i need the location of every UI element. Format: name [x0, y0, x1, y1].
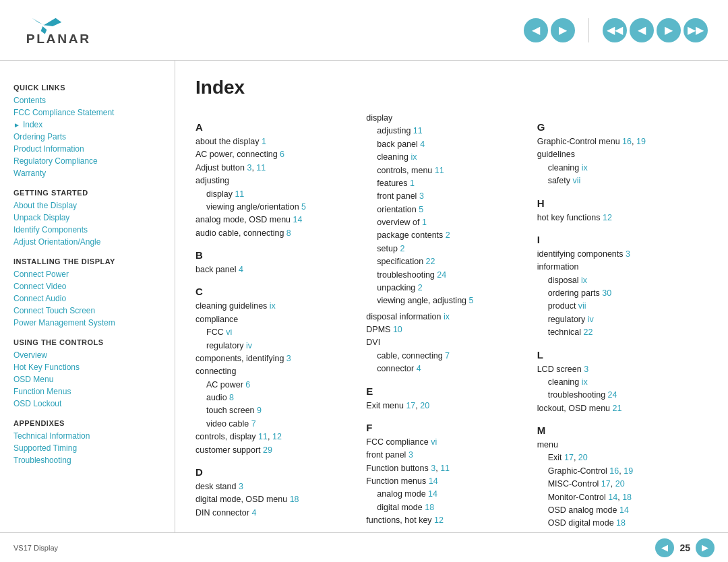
index-link[interactable]: 12 — [272, 432, 282, 441]
index-link[interactable]: 19 — [636, 137, 646, 146]
sidebar-item-contents[interactable]: Contents — [13, 94, 175, 106]
index-link[interactable]: 5 — [301, 202, 306, 212]
index-link[interactable]: 8 — [286, 228, 291, 238]
index-link[interactable]: 4 — [251, 508, 256, 518]
page-prev-button[interactable]: ◀ — [655, 538, 674, 557]
sidebar-item-index[interactable]: Index — [23, 119, 42, 131]
index-link[interactable]: 16 — [609, 466, 619, 476]
sidebar-item-connect-power[interactable]: Connect Power — [13, 268, 175, 280]
index-link[interactable]: iv — [588, 315, 594, 324]
index-link[interactable]: vi — [431, 437, 437, 447]
index-link[interactable]: 11 — [413, 126, 423, 135]
index-link[interactable]: 1 — [422, 218, 427, 227]
index-link[interactable]: ix — [444, 312, 450, 321]
sidebar-item-troubleshooting[interactable]: Troubleshooting — [13, 454, 175, 466]
index-link[interactable]: 17 — [406, 401, 415, 410]
index-link[interactable]: 11 — [256, 163, 266, 173]
index-link[interactable]: 14 — [429, 476, 438, 486]
index-link[interactable]: ix — [582, 163, 588, 173]
index-link[interactable]: 24 — [608, 390, 617, 400]
index-link[interactable]: 11 — [258, 432, 268, 441]
sidebar-item-identify[interactable]: Identify Components — [13, 224, 175, 236]
index-link[interactable]: iv — [246, 341, 252, 350]
index-link[interactable]: 22 — [426, 257, 435, 266]
index-link[interactable]: ix — [270, 301, 276, 311]
index-link[interactable]: 4 — [239, 265, 243, 274]
sidebar-item-connect-video[interactable]: Connect Video — [13, 280, 175, 292]
nav-next-button[interactable]: ▶ — [657, 18, 681, 42]
index-link[interactable]: 12 — [434, 516, 444, 525]
index-link[interactable]: 24 — [437, 270, 446, 280]
index-link[interactable]: 2 — [400, 244, 404, 253]
sidebar-item-function-menus[interactable]: Function Menus — [13, 385, 175, 398]
index-link[interactable]: 10 — [393, 325, 402, 334]
index-link[interactable]: 17 — [601, 479, 611, 489]
index-link[interactable]: 7 — [445, 351, 450, 361]
index-link[interactable]: 18 — [290, 495, 299, 504]
sidebar-item-regulatory[interactable]: Regulatory Compliance — [13, 155, 175, 167]
sidebar-item-hot-key[interactable]: Hot Key Functions — [13, 361, 175, 373]
index-link[interactable]: 19 — [624, 466, 633, 476]
index-link[interactable]: 14 — [293, 215, 303, 224]
index-link[interactable]: 17 — [564, 453, 574, 462]
index-link[interactable]: 14 — [428, 489, 437, 499]
index-link[interactable]: 14 — [608, 493, 617, 502]
index-link[interactable]: 1 — [262, 137, 266, 146]
index-link[interactable]: 20 — [578, 453, 588, 462]
nav-prev-button[interactable]: ◀ — [630, 18, 654, 42]
index-link[interactable]: 2 — [446, 230, 450, 240]
index-link[interactable]: 14 — [619, 505, 629, 515]
index-link[interactable]: 30 — [602, 288, 611, 298]
index-link[interactable]: 20 — [615, 479, 625, 489]
index-link[interactable]: 18 — [622, 493, 632, 502]
index-link[interactable]: 11 — [235, 189, 244, 199]
index-link[interactable]: ix — [581, 276, 587, 285]
nav-back-button[interactable]: ◀ — [524, 18, 548, 42]
index-link[interactable]: 20 — [420, 401, 429, 410]
index-link[interactable]: 4 — [420, 139, 425, 149]
sidebar-item-adjust-orient[interactable]: Adjust Orientation/Angle — [13, 236, 175, 248]
sidebar-item-power-mgmt[interactable]: Power Management System — [13, 317, 175, 329]
page-next-button[interactable]: ▶ — [696, 538, 715, 557]
index-link[interactable]: 29 — [263, 445, 272, 455]
sidebar-item-connect-touch[interactable]: Connect Touch Screen — [13, 305, 175, 317]
sidebar-item-osd-lockout[interactable]: OSD Lockout — [13, 398, 175, 410]
sidebar-item-product-info[interactable]: Product Information — [13, 143, 175, 155]
index-link[interactable]: ix — [411, 152, 417, 162]
index-link[interactable]: vii — [572, 176, 580, 185]
index-link[interactable]: 4 — [417, 364, 421, 373]
index-link[interactable]: 6 — [280, 150, 284, 159]
index-link[interactable]: vi — [226, 327, 232, 337]
index-link[interactable]: 6 — [245, 380, 250, 389]
index-link[interactable]: 22 — [583, 327, 593, 337]
index-link[interactable]: 5 — [419, 205, 423, 214]
index-link[interactable]: 18 — [616, 518, 626, 528]
nav-last-button[interactable]: ▶▶ — [684, 18, 708, 42]
sidebar-item-fcc[interactable]: FCC Compliance Statement — [13, 106, 175, 119]
index-link[interactable]: 3 — [239, 482, 243, 491]
index-link[interactable]: 8 — [229, 393, 234, 402]
index-link[interactable]: 3 — [419, 191, 424, 201]
index-link[interactable]: 5 — [469, 296, 474, 305]
index-link[interactable]: 16 — [622, 137, 632, 146]
nav-forward-button[interactable]: ▶ — [551, 18, 575, 42]
index-link[interactable]: ix — [582, 377, 588, 387]
sidebar-item-warranty[interactable]: Warranty — [13, 167, 175, 179]
sidebar-item-overview[interactable]: Overview — [13, 349, 175, 361]
index-link[interactable]: 7 — [251, 419, 256, 429]
index-link[interactable]: vii — [578, 301, 586, 311]
sidebar-item-about-display[interactable]: About the Display — [13, 199, 175, 212]
index-link[interactable]: 11 — [440, 464, 450, 473]
index-link[interactable]: 2 — [418, 283, 423, 292]
index-link[interactable]: 3 — [247, 163, 251, 173]
index-link[interactable]: 1 — [410, 179, 415, 188]
sidebar-item-connect-audio[interactable]: Connect Audio — [13, 292, 175, 305]
index-link[interactable]: 3 — [584, 365, 588, 374]
index-link[interactable]: 3 — [626, 249, 630, 259]
nav-first-button[interactable]: ◀◀ — [603, 18, 627, 42]
index-link[interactable]: 11 — [435, 166, 444, 175]
index-link[interactable]: 21 — [613, 404, 622, 413]
index-link[interactable]: 3 — [408, 450, 413, 460]
sidebar-item-osd-menu[interactable]: OSD Menu — [13, 373, 175, 385]
index-link[interactable]: 9 — [257, 406, 262, 415]
